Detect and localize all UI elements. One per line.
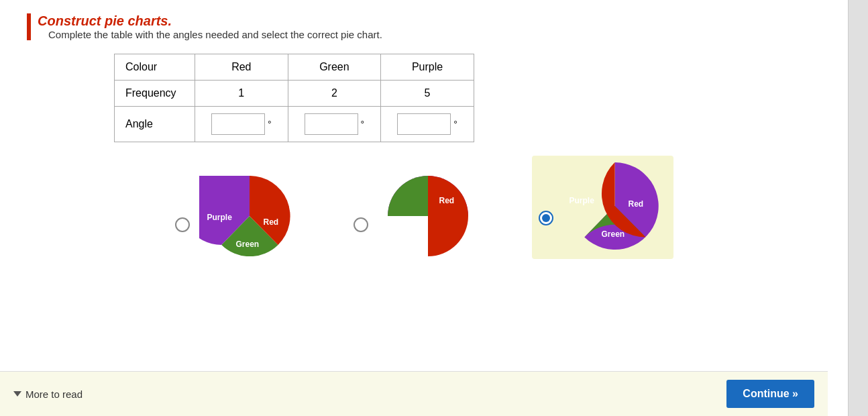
triangle-down-icon <box>13 391 21 397</box>
angle-input-red[interactable] <box>211 113 265 135</box>
data-table: Colour Red Green Purple Frequency 1 2 5 … <box>114 54 474 142</box>
radio-chart-1[interactable] <box>175 217 190 232</box>
label-red-3: Red <box>629 199 644 209</box>
sidebar <box>848 0 868 416</box>
col-header-colour: Colour <box>115 54 195 81</box>
radio-chart-2[interactable] <box>354 217 368 232</box>
degree-symbol-green: ° <box>361 119 365 129</box>
angle-input-green[interactable] <box>305 113 358 135</box>
label-red-2: Red <box>439 196 455 205</box>
title-section: Construct pie charts. Complete the table… <box>27 13 821 40</box>
chart-option-3: Purple Green Red <box>539 162 667 252</box>
more-to-read-link[interactable]: More to read <box>13 388 83 400</box>
col-header-red: Red <box>195 54 288 81</box>
table-row-angle: Angle ° ° ° <box>115 107 474 142</box>
table-row-frequency: Frequency 1 2 5 <box>115 81 474 107</box>
more-to-read-label: More to read <box>25 388 83 400</box>
angle-cell-purple: ° <box>381 107 474 142</box>
chart-highlight-3: Purple Green Red <box>532 156 673 259</box>
row-label-angle: Angle <box>115 107 195 142</box>
continue-button[interactable]: Continue » <box>726 380 814 408</box>
freq-green: 2 <box>288 81 381 107</box>
page-title: Construct pie charts. <box>38 13 382 29</box>
radio-chart-3[interactable] <box>539 211 553 225</box>
title-bar: Construct pie charts. Complete the table… <box>27 13 821 40</box>
degree-symbol-purple: ° <box>453 119 457 129</box>
label-green-3: Green <box>602 229 625 239</box>
freq-red: 1 <box>195 81 288 107</box>
col-header-purple: Purple <box>381 54 474 81</box>
label-purple-2: Purple <box>390 233 415 242</box>
pie-chart-3[interactable]: Purple Green Red <box>563 162 667 252</box>
label-purple-3: Purple <box>569 196 594 205</box>
label-red-1: Red <box>264 217 279 227</box>
red-accent-bar <box>27 13 31 40</box>
degree-symbol-red: ° <box>268 119 272 129</box>
pie-chart-2[interactable]: Purple Red <box>378 176 478 259</box>
row-label-frequency: Frequency <box>115 81 195 107</box>
col-header-green: Green <box>288 54 381 81</box>
bottom-bar: More to read Continue » <box>0 371 828 416</box>
page-subtitle: Complete the table with the angles neede… <box>48 29 382 40</box>
pie-chart-1[interactable]: Purple Green Red <box>199 176 300 259</box>
freq-purple: 5 <box>381 81 474 107</box>
chart-option-1: Purple Green Red <box>175 176 300 259</box>
label-green-1: Green <box>236 240 260 249</box>
angle-cell-red: ° <box>195 107 288 142</box>
angle-cell-green: ° <box>288 107 381 142</box>
angle-input-purple[interactable] <box>397 113 451 135</box>
chart-option-2: Purple Red <box>354 176 478 259</box>
label-purple-1: Purple <box>207 213 232 222</box>
main-content: Construct pie charts. Complete the table… <box>0 0 848 416</box>
charts-area: Purple Green Red Purpl <box>27 156 821 266</box>
table-row-header: Colour Red Green Purple <box>115 54 474 81</box>
